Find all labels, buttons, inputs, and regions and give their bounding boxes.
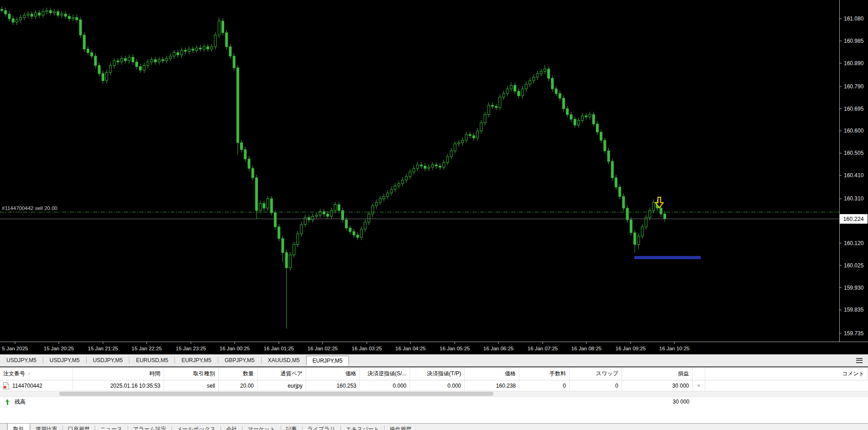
column-header-2[interactable]: 取引種別 [164,368,219,380]
candle-body [315,215,318,216]
toolbox-tab-11[interactable]: 操作履歴 [385,424,416,430]
chart-tab-eurjpy-m5[interactable]: EURJPY,M5 [175,356,218,364]
chart-tab-xauusd-m5[interactable]: XAUUSD,M5 [262,356,306,364]
column-header-4[interactable]: 通貨ペア [257,368,306,380]
candle-body [98,66,100,74]
price-axis-label: 160.505 [844,150,864,156]
column-header-9[interactable]: 手数料 [519,368,570,380]
candle-body [345,220,348,228]
candle-body [619,187,621,197]
column-header-6[interactable]: 決済逆指値(S/... [360,368,410,380]
candle-body [211,47,213,49]
candle-body [236,68,239,143]
candlestick-chart: 161.080160.985160.890160.790160.695160.6… [0,0,868,354]
candle-body [117,61,119,62]
chart-tab-usdjpy-m5[interactable]: USDJPY,M5 [87,356,129,364]
candle-body [457,143,460,144]
toolbox-tab-2[interactable]: 口座履歴 [63,424,95,430]
candle-body [308,217,310,220]
time-axis-label: 15 Jan 21:25 [88,346,118,351]
horizontal-scrollbar[interactable] [0,391,868,397]
column-header-10[interactable]: スワップ [570,368,622,380]
column-header-0[interactable]: 注文番号∕ [0,368,73,380]
candle-body [79,20,82,35]
candle-body [353,231,355,235]
toolbox-tab-5[interactable]: メールボックス [172,424,221,430]
candle-body [566,109,569,115]
candle-body [652,202,655,210]
order-cell-1: 2025.01.16 10:35:53 [73,380,164,391]
toolbox-tab-3[interactable]: ニュース [95,424,128,430]
candle-body [158,60,160,62]
trade-table-row[interactable]: 11447004422025.01.16 10:35:53sell20.00eu… [0,380,868,391]
toolbox-tab-1[interactable]: 運用比率 [31,424,62,430]
candle-body [23,15,26,17]
time-axis-label: 15 Jan 22:25 [132,346,162,351]
candle-body [416,165,419,169]
toolbox-tab-10[interactable]: エキスパート [341,424,384,430]
candle-body [49,10,51,13]
candle-body [442,163,445,167]
toolbox-tab-0[interactable]: 取引 [7,424,30,430]
candle-body [135,62,138,67]
column-header-7[interactable]: 決済指値(T/P) [410,368,465,380]
toolbox-tab-7[interactable]: マーケット [242,424,280,430]
toolbox-tab-4[interactable]: アラーム設定 [128,424,171,430]
candle-body [199,48,201,49]
candle-body [465,134,467,140]
candle-body [147,62,149,66]
chart-plot-area[interactable]: 161.080160.985160.890160.790160.695160.6… [0,0,868,354]
candle-body [548,69,550,78]
candle-body [585,116,587,117]
chart-tab-gbpjpy-m5[interactable]: GBPJPY,M5 [218,356,261,364]
chart-tab-eurusd-m5[interactable]: EURUSD,M5 [129,356,175,364]
candle-body [371,206,374,214]
order-comment-cell [705,380,868,391]
sort-ascending-icon: ∕ [29,371,30,376]
candle-body [177,52,179,55]
time-axis-label: 16 Jan 07:25 [528,346,558,351]
candle-body [180,50,183,55]
candle-body [540,72,542,74]
candle-body [439,166,441,168]
close-position-button[interactable]: × [693,380,705,391]
candle-body [229,47,231,56]
tab-list-icon[interactable] [856,358,863,363]
chart-tab-usdjpy-m5[interactable]: USDJPY,M5 [43,356,86,364]
price-axis-label: 160.600 [844,128,864,134]
balance-label: 残高 [15,398,26,406]
current-price-value: 160.224 [843,216,863,222]
candle-body [424,166,426,169]
order-cell-9: 0 [519,380,570,391]
column-header-11[interactable]: 損益 [622,368,693,380]
candle-body [342,210,344,220]
toolbox-tab-9[interactable]: ライブラリ [303,424,340,430]
candle-body [506,89,508,93]
time-axis-label: 16 Jan 06:25 [483,346,514,351]
candle-body [488,105,490,115]
candle-body [289,255,291,268]
candle-body [192,49,194,51]
column-header-3[interactable]: 数量 [219,368,257,380]
column-header-8[interactable]: 価格 [465,368,519,380]
toolbox-tab-8[interactable]: 記事 [281,424,302,430]
chart-tab-eurjpy-m5[interactable]: EURJPY,M5 [306,356,349,366]
candle-body [150,60,153,62]
column-header-5[interactable]: 価格 [306,368,360,380]
order-cell-5: 160.253 [306,380,360,391]
chart-tab-usdjpy-m5[interactable]: USDJPY,M5 [0,356,43,364]
blue-support-line[interactable] [634,256,701,259]
candle-body [297,234,299,244]
candle-body [285,253,288,268]
candle-body [34,13,36,16]
candle-body [533,77,535,81]
toolbox-tab-6[interactable]: 会社 [221,424,242,430]
column-header-12[interactable] [693,368,705,380]
candle-body [574,119,576,125]
column-header-1[interactable]: 時間 [73,368,164,380]
candle-body [241,143,243,149]
candle-body [491,105,493,107]
candle-body [57,12,59,15]
column-header-13[interactable]: コメント [705,368,868,380]
scrollbar-thumb[interactable] [59,392,493,396]
